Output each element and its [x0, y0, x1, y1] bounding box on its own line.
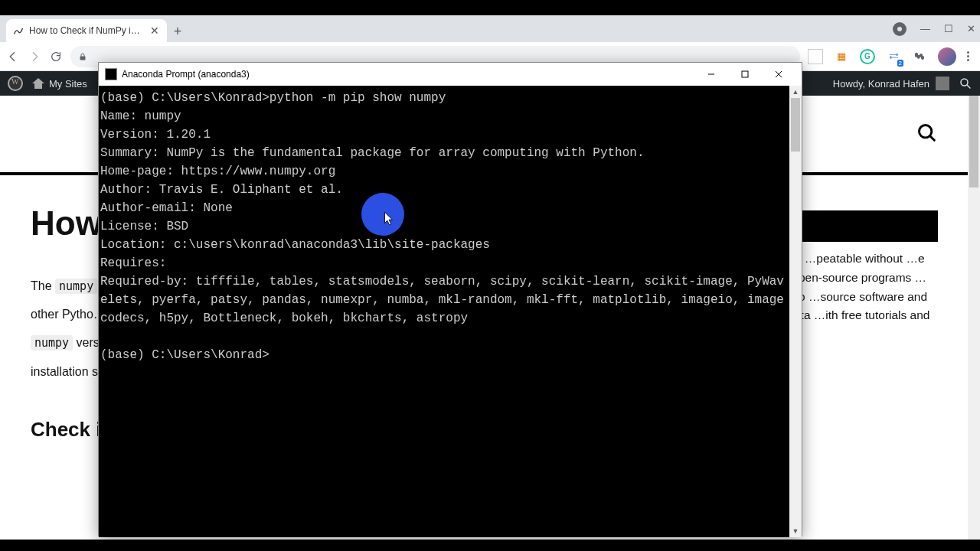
my-sites-link[interactable]: My Sites	[32, 78, 87, 90]
profile-indicator-icon[interactable]	[893, 22, 906, 36]
scroll-down-button[interactable]: ▼	[789, 525, 802, 537]
window-maximize-button[interactable]	[728, 63, 762, 86]
wordpress-logo-icon[interactable]	[8, 76, 23, 91]
window-close-button[interactable]	[762, 63, 795, 86]
profile-avatar[interactable]	[938, 47, 956, 66]
anaconda-window: Anaconda Prompt (anaconda3) (base) C:\Us…	[98, 62, 802, 536]
cursor-icon	[383, 211, 395, 227]
letterbox-top	[0, 0, 980, 15]
extension-icon[interactable]	[808, 49, 823, 64]
anaconda-title-text: Anaconda Prompt (anaconda3)	[122, 69, 250, 80]
cursor-highlight	[361, 193, 404, 236]
scroll-up-button[interactable]: ▲	[789, 86, 802, 98]
greeting-text: Howdy, Konrad Hafen	[833, 78, 929, 90]
cmd-icon	[105, 68, 117, 80]
back-button[interactable]	[6, 50, 20, 64]
chrome-menu-button[interactable]	[967, 51, 969, 61]
terminal-body[interactable]: (base) C:\Users\Konrad>python -m pip sho…	[99, 86, 802, 537]
terminal-scrollbar-thumb[interactable]	[791, 98, 800, 152]
page-scrollbar-thumb[interactable]	[969, 96, 978, 187]
page-scrollbar[interactable]	[968, 96, 980, 540]
inline-code: numpy	[31, 335, 73, 350]
tab-strip: How to Check if NumPy is Install ✕ + — ☐…	[0, 15, 980, 42]
sidebar-search-button[interactable]	[916, 122, 938, 144]
lock-icon	[78, 52, 87, 61]
chrome-maximize-button[interactable]: ☐	[944, 23, 953, 34]
extension-icon[interactable]: ▦	[834, 49, 849, 64]
svg-point-1	[961, 79, 968, 86]
extension-icons: ▦ G ⮂2	[808, 47, 974, 66]
extensions-puzzle-icon[interactable]	[912, 49, 927, 64]
terminal-output: (base) C:\Users\Konrad>python -m pip sho…	[99, 86, 789, 367]
chrome-close-button[interactable]: ✕	[967, 23, 975, 34]
tab-title: How to Check if NumPy is Install	[29, 25, 144, 36]
new-tab-button[interactable]: +	[167, 21, 188, 42]
chrome-minimize-button[interactable]: —	[920, 23, 930, 34]
browser-window: How to Check if NumPy is Install ✕ + — ☐…	[0, 15, 980, 536]
inline-code: numpy	[55, 279, 97, 294]
house-icon	[32, 78, 44, 89]
terminal-scrollbar[interactable]: ▲ ▼	[789, 86, 802, 537]
forward-button[interactable]	[28, 50, 41, 64]
grammarly-icon[interactable]: G	[860, 49, 875, 64]
chrome-window-controls: — ☐ ✕	[893, 15, 975, 42]
anaconda-titlebar[interactable]: Anaconda Prompt (anaconda3)	[99, 63, 802, 86]
svg-rect-3	[742, 71, 748, 77]
tab-close-button[interactable]: ✕	[149, 24, 161, 37]
greeting-link[interactable]: Howdy, Konrad Hafen	[833, 77, 949, 90]
reload-button[interactable]	[49, 50, 63, 64]
wp-search-button[interactable]	[959, 77, 972, 90]
my-sites-label: My Sites	[49, 78, 87, 90]
svg-rect-0	[80, 56, 86, 60]
site-favicon	[12, 24, 24, 37]
avatar	[936, 77, 949, 90]
window-minimize-button[interactable]	[694, 63, 728, 86]
browser-tab-active[interactable]: How to Check if NumPy is Install ✕	[6, 19, 167, 42]
translate-icon[interactable]: ⮂2	[886, 49, 901, 64]
